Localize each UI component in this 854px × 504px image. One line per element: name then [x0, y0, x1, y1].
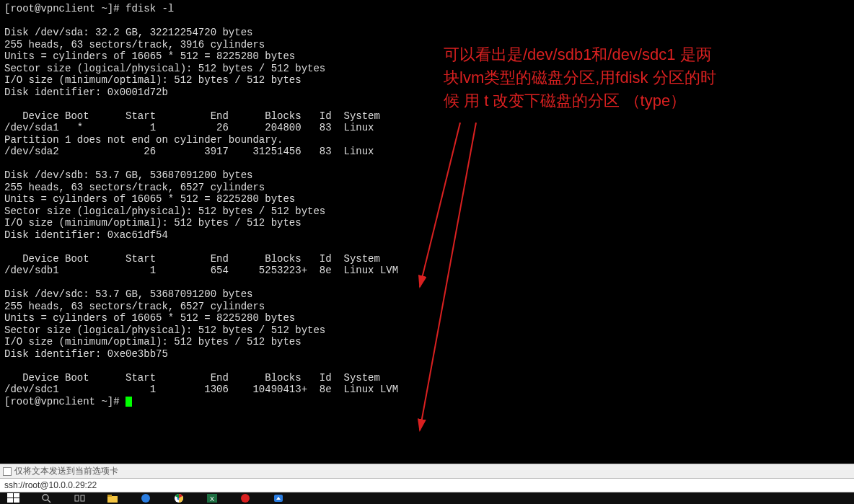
disk-sdc-info: 255 heads, 63 sectors/track, 6527 cylind…	[4, 301, 265, 312]
search-icon[interactable]	[40, 493, 53, 503]
partition-header: Device Boot Start End Blocks Id System	[4, 372, 380, 384]
partition-row: /dev/sda2 26 3917 31251456 83 Linux	[4, 146, 374, 157]
excel-icon[interactable]: X	[206, 493, 219, 503]
disk-sda-info: Sector size (logical/physical): 512 byte…	[4, 63, 325, 74]
svg-rect-1	[14, 493, 19, 498]
svg-rect-9	[107, 495, 112, 497]
annotation-line: 块lvm类型的磁盘分区,用fdisk 分区的时	[444, 66, 848, 89]
disk-sdc-info: Units = cylinders of 16065 * 512 = 82252…	[4, 312, 295, 324]
app-icon[interactable]	[239, 493, 252, 503]
disk-sdb-info: 255 heads, 63 sectors/track, 6527 cylind…	[4, 182, 265, 193]
disk-sda-info: Disk /dev/sda: 32.2 GB, 32212254720 byte…	[4, 27, 252, 38]
cursor-icon	[126, 397, 132, 407]
partition-note: Partition 1 does not end on cylinder bou…	[4, 134, 283, 146]
disk-sdc-info: I/O size (minimum/optimal): 512 bytes / …	[4, 336, 301, 348]
svg-text:X: X	[210, 495, 214, 503]
svg-rect-7	[81, 495, 84, 501]
annotation-line: 可以看出是/dev/sdb1和/dev/sdc1 是两	[444, 43, 848, 66]
checkbox-unchecked-icon[interactable]	[3, 467, 12, 476]
task-view-icon[interactable]	[74, 493, 87, 503]
command-line: [root@vpnclient ~]# fdisk -l	[4, 3, 174, 14]
app-icon[interactable]	[273, 493, 286, 503]
disk-sdb-info: Disk /dev/sdb: 53.7 GB, 53687091200 byte…	[4, 169, 252, 181]
svg-rect-3	[14, 498, 19, 503]
windows-start-icon[interactable]	[7, 493, 20, 503]
disk-sda-info: Disk identifier: 0x0001d72b	[4, 87, 168, 98]
disk-sdc-info: Disk /dev/sdc: 53.7 GB, 53687091200 byte…	[4, 288, 252, 300]
partition-row: /dev/sda1 * 1 26 204800 83 Linux	[4, 122, 374, 133]
disk-sda-info: Units = cylinders of 16065 * 512 = 82252…	[4, 50, 295, 62]
annotation-text: 可以看出是/dev/sdb1和/dev/sdc1 是两 块lvm类型的磁盘分区,…	[444, 43, 848, 112]
taskbar: X	[0, 492, 854, 504]
svg-line-5	[48, 500, 50, 503]
disk-sdc-info: Disk identifier: 0xe0e3bb75	[4, 348, 168, 360]
disk-sdb-info: I/O size (minimum/optimal): 512 bytes / …	[4, 217, 301, 229]
command-prompt: [root@vpnclient ~]#	[4, 396, 126, 407]
address-bar[interactable]: ssh://root@10.0.0.29:22	[0, 478, 854, 492]
partition-header: Device Boot Start End Blocks Id System	[4, 110, 380, 122]
option-label: 仅将文本发送到当前选项卡	[14, 465, 118, 477]
disk-sdb-info: Units = cylinders of 16065 * 512 = 82252…	[4, 193, 295, 205]
disk-sdb-info: Sector size (logical/physical): 512 byte…	[4, 205, 325, 217]
file-explorer-icon[interactable]	[107, 493, 120, 503]
edge-browser-icon[interactable]	[140, 493, 153, 503]
chrome-icon[interactable]	[173, 493, 186, 503]
disk-sdc-info: Sector size (logical/physical): 512 byte…	[4, 324, 325, 336]
disk-sda-info: 255 heads, 63 sectors/track, 3916 cylind…	[4, 39, 265, 50]
annotation-line: 候 用 t 改变下磁盘的分区 （type）	[444, 89, 848, 112]
svg-rect-8	[107, 496, 118, 503]
svg-rect-6	[75, 495, 79, 501]
svg-point-10	[141, 494, 150, 503]
partition-header: Device Boot Start End Blocks Id System	[4, 253, 380, 265]
partition-row: /dev/sdb1 1 654 5253223+ 8e Linux LVM	[4, 265, 398, 276]
svg-point-15	[241, 494, 250, 503]
svg-rect-0	[7, 493, 13, 498]
partition-row: /dev/sdc1 1 1306 10490413+ 8e Linux LVM	[4, 384, 398, 395]
disk-sda-info: I/O size (minimum/optimal): 512 bytes / …	[4, 74, 301, 86]
svg-point-4	[43, 495, 48, 500]
address-text: ssh://root@10.0.0.29:22	[4, 480, 97, 490]
svg-rect-2	[7, 498, 13, 503]
option-bar: 仅将文本发送到当前选项卡	[0, 464, 854, 478]
disk-sdb-info: Disk identifier: 0xac61df54	[4, 229, 168, 241]
